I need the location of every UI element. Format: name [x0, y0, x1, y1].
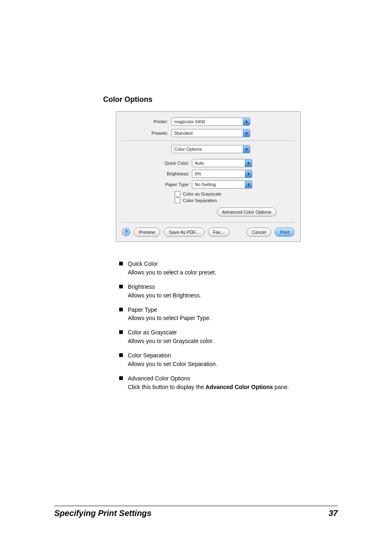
list-item: Paper Type Allows you to select Paper Ty… [119, 306, 333, 322]
quick-color-popup[interactable]: Auto [192, 159, 252, 167]
advanced-color-options-button[interactable]: Advanced Color Options [217, 207, 277, 216]
print-dialog: Printer: magicolor 5450 Presets: Standar… [116, 111, 301, 242]
fax-button[interactable]: Fax... [208, 228, 230, 237]
bullet-desc: Allows you to select Paper Type. [128, 314, 333, 322]
bullet-desc: Click this button to display the Advance… [128, 383, 333, 391]
dropdown-arrows-icon [243, 129, 250, 137]
bullet-icon [119, 285, 123, 288]
footer-page-number: 37 [329, 509, 338, 518]
presets-popup[interactable]: Standard [171, 129, 250, 137]
help-icon[interactable]: ? [122, 228, 130, 236]
preview-button[interactable]: Preview [134, 228, 160, 237]
bullet-title: Color Separation [128, 352, 333, 359]
dropdown-arrows-icon [243, 145, 250, 153]
bullet-desc: Allows you to set Brightness. [128, 292, 333, 299]
presets-value: Standard [172, 131, 243, 136]
grayscale-checkbox-row[interactable]: Color as Grayscale [175, 191, 295, 197]
bullet-title: Paper Type [128, 306, 333, 314]
list-item: Brightness Allows you to set Brightness. [119, 283, 333, 299]
bullet-title: Brightness [128, 283, 333, 291]
list-item: Color Separation Allows you to set Color… [119, 352, 333, 368]
quick-color-label: Quick Color: [160, 161, 192, 166]
footer-title: Specifying Print Settings [54, 509, 152, 518]
paper-type-popup[interactable]: No Setting [192, 180, 252, 189]
bullet-desc: Allows you to set Color Separation. [128, 360, 333, 368]
bullet-icon [119, 262, 123, 265]
bullet-icon [119, 308, 123, 311]
bullet-icon [119, 376, 123, 380]
dropdown-arrows-icon [245, 159, 252, 167]
dropdown-arrows-icon [245, 170, 252, 177]
checkbox-icon [175, 191, 180, 197]
bullet-icon [119, 353, 123, 357]
bullet-title: Advanced Color Options [128, 375, 333, 382]
printer-value: magicolor 5450 [172, 119, 243, 124]
print-button[interactable]: Print [274, 228, 295, 237]
checkbox-icon [175, 198, 180, 203]
list-item: Color as Grayscale Allows you to set Gra… [119, 329, 333, 345]
cancel-button[interactable]: Cancel [247, 228, 271, 237]
bullet-icon [119, 330, 123, 334]
bullet-title: Quick Color [128, 260, 333, 268]
bullet-desc: Allows you to set Grayscale color. [128, 337, 333, 345]
grayscale-checkbox-label: Color as Grayscale [183, 191, 221, 196]
printer-label: Printer: [122, 119, 171, 124]
list-item: Quick Color Allows you to select a color… [119, 260, 333, 276]
save-as-pdf-button[interactable]: Save As PDF... [164, 228, 204, 237]
list-item: Advanced Color Options Click this button… [119, 375, 333, 391]
bullet-desc: Allows you to select a color preset. [128, 269, 333, 276]
pane-value: Color Options [172, 147, 243, 152]
paper-type-label: Paper Type: [160, 182, 192, 187]
dropdown-arrows-icon [245, 181, 252, 188]
quick-color-value: Auto [192, 161, 245, 166]
page-footer: Specifying Print Settings 37 [54, 506, 338, 518]
presets-label: Presets: [122, 131, 171, 136]
divider [122, 140, 295, 141]
pane-popup[interactable]: Color Options [171, 145, 250, 153]
separation-checkbox-label: Color Separation [183, 198, 217, 203]
printer-popup[interactable]: magicolor 5450 [171, 117, 250, 126]
bullet-title: Color as Grayscale [128, 329, 333, 336]
paper-type-value: No Setting [192, 182, 245, 187]
section-heading: Color Options [103, 95, 338, 104]
brightness-value: 0% [192, 171, 245, 176]
brightness-label: Brightness: [160, 171, 192, 176]
description-list: Quick Color Allows you to select a color… [119, 260, 333, 391]
dropdown-arrows-icon [243, 118, 250, 125]
brightness-popup[interactable]: 0% [192, 170, 252, 178]
separation-checkbox-row[interactable]: Color Separation [175, 198, 295, 203]
